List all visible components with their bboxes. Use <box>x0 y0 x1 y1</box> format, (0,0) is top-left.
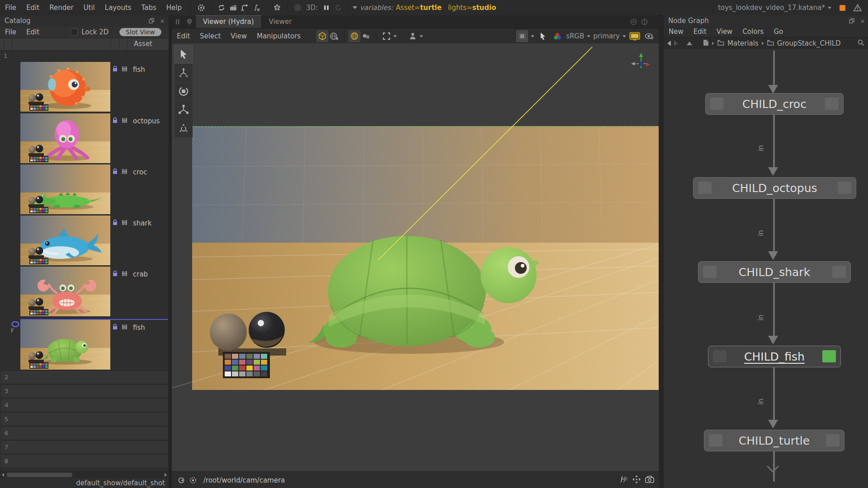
camera-path-field[interactable]: /root/world/cam/camera <box>203 476 285 484</box>
chevron-down-icon[interactable] <box>587 35 590 38</box>
close-panel-icon[interactable]: × <box>159 17 166 24</box>
lock-icon[interactable] <box>112 324 118 332</box>
catalog-menu-edit[interactable]: Edit <box>21 28 44 36</box>
save-disk-icon[interactable] <box>122 324 127 332</box>
close-panel-icon[interactable]: × <box>859 17 866 24</box>
select-tool-icon[interactable] <box>175 45 193 63</box>
textured-mode-icon[interactable] <box>328 30 340 42</box>
rotate-tool-icon[interactable] <box>175 82 193 100</box>
catalog-slot-empty[interactable]: 6 <box>1 427 168 440</box>
nav-up-icon[interactable] <box>687 42 692 45</box>
node-connection[interactable] <box>773 367 775 420</box>
catalog-menu-file[interactable]: File <box>0 28 21 36</box>
catalog-slot-empty[interactable]: 3 <box>1 385 168 398</box>
compare-icon[interactable] <box>641 19 648 27</box>
render-thumbnail-fish[interactable] <box>20 62 110 112</box>
pointer-icon[interactable] <box>537 30 549 42</box>
tab-viewer-hydra[interactable]: Viewer (Hydra) <box>195 15 262 28</box>
asset-name[interactable]: crab <box>133 270 148 278</box>
menu-util[interactable]: Util <box>79 4 100 12</box>
save-disk-icon[interactable] <box>122 270 127 278</box>
menu-tabs[interactable]: Tabs <box>137 4 161 12</box>
tab-viewer[interactable]: Viewer <box>262 16 299 28</box>
render-thumbnail-turtle[interactable] <box>20 320 110 370</box>
ng-menu-edit[interactable]: Edit <box>689 28 712 36</box>
channel-dropdown[interactable]: primary <box>593 32 620 40</box>
node-child-octopus[interactable]: CHILD_octopus <box>693 177 856 199</box>
search-icon[interactable] <box>858 39 864 48</box>
node-connection[interactable] <box>773 198 775 251</box>
node-child-shark[interactable]: CHILD_shark <box>698 261 851 283</box>
horizontal-scrollbar[interactable] <box>0 471 169 478</box>
f-curve-icon[interactable] <box>251 2 263 14</box>
node-input-port[interactable] <box>703 266 717 278</box>
camera-slate-icon[interactable] <box>645 476 654 485</box>
ng-menu-colors[interactable]: Colors <box>737 28 769 36</box>
viewer-menu-manipulators[interactable]: Manipulators <box>252 32 306 40</box>
graph-state-variables[interactable]: variables: Asset=turtle lights=studio <box>353 4 500 12</box>
catalog-item-shark[interactable]: shark <box>0 216 169 266</box>
catalog-slot-empty[interactable]: 7 <box>1 441 168 454</box>
scroll-right-arrow[interactable] <box>165 473 167 477</box>
lock-2d-checkbox[interactable] <box>71 28 78 36</box>
camera-settings-icon[interactable] <box>187 474 199 486</box>
catalog-item-fish-selected[interactable]: fish <box>0 320 169 371</box>
pan-move-icon[interactable] <box>632 475 641 485</box>
settings-gear-icon[interactable] <box>195 2 207 14</box>
shaded-mode-icon[interactable] <box>316 30 328 42</box>
node-child-turtle[interactable]: CHILD_turtle <box>704 430 844 451</box>
node-input-port[interactable] <box>698 182 712 194</box>
scrollbar-thumb[interactable] <box>7 473 72 477</box>
chevron-down-icon[interactable] <box>623 35 626 38</box>
node-output-port[interactable] <box>832 266 846 278</box>
chevron-down-icon[interactable] <box>420 35 423 38</box>
variable-asset[interactable]: Asset=turtle <box>396 4 445 12</box>
render-thumbnail-crab[interactable] <box>20 267 110 316</box>
catalog-slot-empty[interactable]: 5 <box>1 413 168 426</box>
menu-edit[interactable]: Edit <box>21 4 44 12</box>
lock-icon[interactable] <box>112 66 118 74</box>
node-input-port[interactable] <box>713 350 726 362</box>
scale-tool-icon[interactable] <box>175 101 193 119</box>
look-through-icon[interactable] <box>175 474 187 486</box>
clapperboard-icon[interactable] <box>227 2 239 14</box>
monitor-icon[interactable] <box>629 30 641 42</box>
ng-menu-view[interactable]: View <box>712 28 738 36</box>
flower-icon[interactable] <box>271 2 283 14</box>
catalog-slot-empty[interactable]: 8 <box>1 455 168 468</box>
expose-eye-icon[interactable] <box>643 30 655 42</box>
variable-lights[interactable]: lights=studio <box>448 4 500 12</box>
menu-help[interactable]: Help <box>161 4 187 12</box>
drag-handle-icon[interactable] <box>172 15 184 28</box>
render-thumbnail-octopus[interactable] <box>20 113 110 163</box>
chevron-down-icon[interactable] <box>393 35 397 38</box>
asset-name[interactable]: octopus <box>133 117 160 125</box>
pause-icon[interactable] <box>321 2 332 14</box>
catalog-item-octopus[interactable]: octopus <box>0 113 169 164</box>
node-output-port[interactable] <box>825 98 839 110</box>
float-panel-icon[interactable] <box>848 17 855 24</box>
asset-name[interactable]: croc <box>133 168 147 176</box>
asset-name[interactable]: fish <box>133 324 145 332</box>
viewport-3d[interactable] <box>172 43 659 471</box>
slot-view-button[interactable]: Slot View <box>119 28 161 36</box>
render-loop-icon[interactable] <box>216 2 227 14</box>
node-connection[interactable] <box>773 114 775 167</box>
chevron-down-icon[interactable] <box>828 7 831 9</box>
node-connection[interactable] <box>773 282 775 336</box>
lock-icon[interactable] <box>112 168 118 176</box>
catalog-slot-empty[interactable]: 2 <box>1 371 168 384</box>
asset-column-label[interactable]: Asset <box>134 40 152 48</box>
render-thumbnail-croc[interactable] <box>20 164 110 214</box>
ng-menu-new[interactable]: New <box>664 28 689 36</box>
chevron-down-icon[interactable] <box>531 35 534 38</box>
translate-tool-icon[interactable] <box>175 64 193 82</box>
save-disk-icon[interactable] <box>122 66 127 74</box>
lock-icon[interactable] <box>112 270 118 278</box>
render-layer-icon[interactable] <box>516 30 528 42</box>
node-graph-canvas[interactable]: CHILD_croc in CHILD_octopus in CHILD_sha… <box>664 49 868 488</box>
nav-back-icon[interactable] <box>667 41 671 46</box>
root-page-icon[interactable] <box>703 39 709 48</box>
pin-icon[interactable] <box>184 15 195 28</box>
viewer-menu-select[interactable]: Select <box>195 32 226 40</box>
